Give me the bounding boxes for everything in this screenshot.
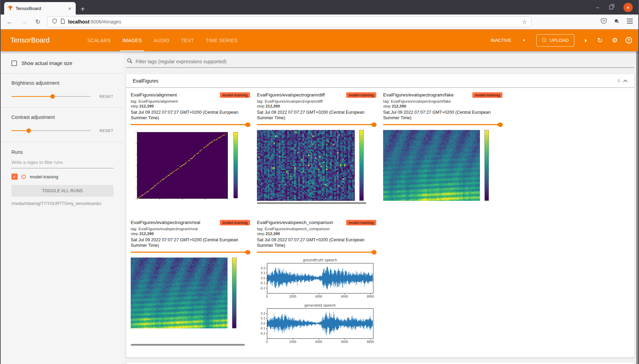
upload-button[interactable]: ⓘ UPLOAD (536, 34, 574, 47)
figure-image (131, 130, 250, 203)
run-regex-input[interactable] (11, 157, 113, 168)
show-actual-size-checkbox[interactable] (11, 60, 17, 66)
step-slider-thumb[interactable] (372, 250, 377, 254)
brightness-slider-thumb[interactable] (50, 94, 55, 99)
section-count: 5 (618, 78, 620, 83)
step-slider[interactable] (383, 122, 502, 127)
run-badge: model-training (346, 220, 376, 225)
tab-close-icon[interactable]: × (67, 6, 72, 11)
browser-tab-bar: TensorBoard × + – × (1, 0, 638, 15)
step-slider-thumb[interactable] (246, 122, 250, 127)
image-tag: tag: EvalFigures/alignment (131, 99, 250, 103)
waveform-groundtruth (258, 258, 375, 301)
window-controls: – × (596, 0, 638, 15)
image-card: EvalFigures/evalspectrogram/fake model-t… (383, 92, 502, 204)
pocket-icon[interactable] (601, 18, 607, 26)
image-card: EvalFigures/alignment model-training tag… (131, 92, 250, 204)
next-section-card-edge (126, 362, 634, 364)
url-bar[interactable]: localhost:6006/#images ☆ (47, 16, 531, 27)
bookmark-star-icon[interactable]: ☆ (522, 19, 527, 25)
horizontal-scrollbar[interactable] (131, 344, 245, 346)
image-step: step 212,390 (257, 104, 376, 108)
close-window-icon[interactable]: × (623, 3, 633, 12)
app-title: TensorBoard (10, 36, 49, 44)
run-badge: model-training (220, 92, 250, 98)
step-slider-track (383, 124, 501, 125)
restore-icon[interactable] (609, 6, 613, 9)
brightness-slider[interactable] (11, 96, 91, 97)
brightness-toggle-icon[interactable]: ◑ (581, 37, 589, 44)
image-step: step 212,390 (131, 232, 250, 236)
help-icon[interactable]: ? (626, 37, 632, 44)
figure-image (383, 130, 502, 203)
step-slider[interactable] (131, 122, 250, 127)
run-checkbox[interactable]: ✓ (11, 174, 18, 180)
image-card: EvalFigures/evalspectrogram/diff model-t… (257, 92, 376, 204)
tab-scalars[interactable]: SCALARS (81, 29, 116, 51)
figure-image (257, 130, 376, 204)
run-row-model-training[interactable]: ✓ model-training (11, 174, 113, 180)
step-slider-track (257, 252, 375, 253)
colorbar (359, 130, 364, 201)
contrast-slider[interactable] (11, 130, 91, 131)
browser-tab-tensorboard[interactable]: TensorBoard × (4, 2, 76, 15)
menu-icon[interactable] (627, 19, 633, 25)
refresh-icon[interactable]: ↻ (596, 36, 604, 44)
tab-time-series[interactable]: TIME SERIES (200, 29, 243, 51)
new-tab-button[interactable]: + (81, 5, 85, 12)
step-slider-thumb[interactable] (372, 122, 377, 127)
brightness-reset-button[interactable]: RESET (100, 94, 113, 99)
image-tag: tag: EvalFigures/evalspectrogram/real (131, 227, 250, 231)
minimize-icon[interactable]: – (596, 4, 599, 10)
tab-audio[interactable]: AUDIO (148, 29, 175, 51)
account-icon[interactable] (614, 18, 620, 26)
figure-image (257, 258, 376, 347)
contrast-slider-thumb[interactable] (27, 129, 31, 133)
tab-text[interactable]: TEXT (175, 29, 200, 51)
run-status-select[interactable]: INACTIVE ▾ (491, 38, 525, 43)
waveform-generated (258, 303, 375, 347)
step-slider[interactable] (257, 122, 376, 127)
search-icon (127, 58, 132, 65)
colorbar (233, 132, 238, 198)
image-card: EvalFigures/evalspectrogram/real model-t… (131, 220, 250, 347)
image-tag: tag: EvalFigures/evalspectrogram/fake (383, 99, 502, 103)
horizontal-scrollbar[interactable] (257, 202, 366, 204)
tensorboard-favicon (8, 5, 13, 11)
step-slider-thumb[interactable] (498, 122, 503, 127)
settings-gear-icon[interactable]: ⚙ (611, 36, 619, 44)
image-title: EvalFigures/alignment (131, 92, 220, 97)
image-timestamp: Sat Jul 09 2022 07:07:27 GMT+0200 (Centr… (257, 110, 376, 121)
runs-title: Runs (11, 149, 113, 155)
chevron-up-icon[interactable] (623, 78, 628, 83)
step-slider-thumb[interactable] (246, 250, 250, 254)
image-timestamp: Sat Jul 09 2022 07:07:27 GMT+0200 (Centr… (131, 237, 250, 249)
toggle-all-runs-button[interactable]: TOGGLE ALL RUNS (11, 185, 113, 197)
filter-tags-input[interactable] (136, 59, 633, 64)
page-info-icon[interactable] (61, 19, 65, 25)
run-badge: model-training (346, 92, 376, 98)
info-icon: ⓘ (542, 37, 546, 44)
image-title: EvalFigures/evalspectrogram/diff (257, 92, 346, 97)
tag-section-card: EvalFigures 5 EvalFigures/alignment mode… (126, 74, 634, 357)
image-tag: tag: EvalFigures/evalspectrogram/diff (257, 99, 376, 103)
forward-icon[interactable]: → (21, 18, 27, 26)
contrast-reset-button[interactable]: RESET (100, 129, 113, 133)
shield-icon[interactable] (52, 18, 57, 25)
page-scrollbar[interactable] (636, 51, 638, 364)
section-header[interactable]: EvalFigures 5 (126, 74, 634, 88)
step-slider[interactable] (257, 250, 376, 255)
image-tag: tag: EvalFigures/evalspeech_comparison (257, 227, 376, 231)
step-slider[interactable] (131, 250, 250, 255)
chevron-down-icon: ▾ (523, 38, 525, 43)
url-text[interactable]: localhost:6006/#images (68, 19, 121, 25)
spectrogram (383, 130, 480, 201)
url-path: :6006/#images (90, 19, 121, 25)
colorbar (232, 258, 237, 328)
tab-title: TensorBoard (16, 6, 64, 11)
reload-icon[interactable]: ↻ (35, 18, 40, 26)
tab-images[interactable]: IMAGES (117, 29, 148, 51)
browser-navbar: ← → ↻ localhost:6006/#images ☆ (1, 15, 638, 29)
back-icon[interactable]: ← (6, 18, 12, 26)
figure-image (131, 258, 250, 347)
